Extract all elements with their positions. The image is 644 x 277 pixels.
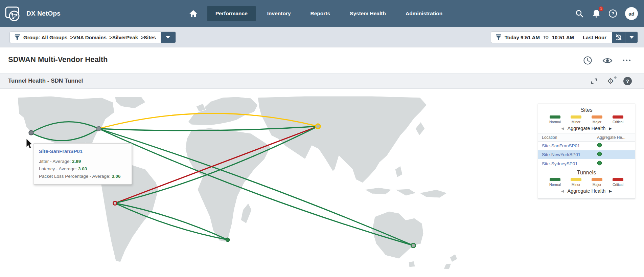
pager-next-icon[interactable]: ▶ xyxy=(609,189,612,193)
sites-table-header: Location Aggregate He... xyxy=(538,133,635,142)
site-tooltip: Site-SanFranSP01 Jitter - Average: 2.99 … xyxy=(33,143,132,185)
notifications-button[interactable]: 1 xyxy=(592,9,601,18)
health-dot xyxy=(597,143,601,147)
search-button[interactable] xyxy=(575,9,584,18)
tab-reports[interactable]: Reports xyxy=(302,6,339,21)
chevron-down-icon xyxy=(165,36,170,39)
time-range-start: Today 9:51 AM xyxy=(505,35,540,40)
auto-refresh-off-button[interactable] xyxy=(612,31,625,43)
legend-level-major: Major xyxy=(589,178,605,187)
sites-legend-title: Sites xyxy=(538,107,635,113)
group-breadcrumb: Group: All Groups >VNA Domains >SilverPe… xyxy=(23,35,161,40)
node-sydney[interactable] xyxy=(411,243,416,248)
tunnel-health-panel-header: Tunnel Health - SDN Tunnel ⚙ ? xyxy=(0,73,644,89)
tab-administration[interactable]: Administration xyxy=(397,6,451,21)
navbar-actions: 1 ? ad xyxy=(575,0,638,27)
node-sanfran[interactable] xyxy=(29,131,33,135)
group-context-selector[interactable]: Group: All Groups >VNA Domains >SilverPe… xyxy=(9,31,176,43)
brand: DX NetOps xyxy=(5,5,61,22)
tooltip-site-name[interactable]: Site-SanFranSP01 xyxy=(39,148,126,154)
funnel-icon xyxy=(10,34,23,41)
search-icon xyxy=(575,9,584,18)
refresh-disabled-icon xyxy=(615,34,622,41)
main-nav: Performance Inventory Reports System Hea… xyxy=(183,0,451,27)
chevron-down-icon xyxy=(629,36,634,39)
sparkle-icon xyxy=(614,76,617,79)
expand-icon xyxy=(591,78,598,85)
tab-inventory[interactable]: Inventory xyxy=(259,6,299,21)
col-location: Location xyxy=(538,135,597,140)
help-icon: ? xyxy=(623,77,632,85)
node-asia[interactable] xyxy=(316,124,320,129)
question-icon: ? xyxy=(609,9,617,18)
sites-table: Location Aggregate He... Site-SanFranSP0… xyxy=(538,133,635,168)
legend-level-critical: Critical xyxy=(610,115,626,124)
brand-name: DX NetOps xyxy=(26,10,61,17)
node-southamerica[interactable] xyxy=(113,201,117,205)
tab-system-health[interactable]: System Health xyxy=(342,6,394,21)
group-dropdown-button[interactable] xyxy=(161,31,176,43)
time-dropdown-button[interactable] xyxy=(625,31,638,43)
tunnels-pager-label: Aggregate Health xyxy=(568,188,606,194)
tooltip-latency: Latency - Average: 3.03 xyxy=(39,165,126,173)
health-dot xyxy=(597,152,601,156)
map-legend-panel: Sites Normal Minor Major Critical ◀ Aggr… xyxy=(538,104,635,199)
more-icon xyxy=(623,60,624,61)
table-row[interactable]: Site-SydneySP01 xyxy=(538,159,635,168)
tooltip-packet-loss: Packet Loss Percentage - Average: 3.06 xyxy=(39,173,126,180)
tunnels-severity-legend: Normal Minor Major Critical xyxy=(538,178,635,187)
node-southafrica[interactable] xyxy=(226,238,230,242)
more-actions-button[interactable] xyxy=(623,60,630,61)
tunnel-map: Site-SanFranSP01 Jitter - Average: 2.99 … xyxy=(0,89,644,277)
legend-level-normal: Normal xyxy=(547,178,563,187)
tooltip-jitter: Jitter - Average: 2.99 xyxy=(39,158,126,165)
eye-icon xyxy=(602,57,613,64)
time-to-label: TO xyxy=(543,35,549,39)
expand-panel-button[interactable] xyxy=(591,78,598,85)
user-avatar[interactable]: ad xyxy=(625,7,638,20)
time-range-selector[interactable]: Today 9:51 AM TO 10:51 AM Last Hour xyxy=(491,31,638,43)
dashboard-title-row: SDWAN Multi-Vendor Health xyxy=(0,48,644,73)
page-title: SDWAN Multi-Vendor Health xyxy=(8,55,108,64)
sites-pager-label: Aggregate Health xyxy=(568,126,606,131)
clock-icon xyxy=(583,56,592,65)
time-settings-button[interactable] xyxy=(583,56,592,65)
sites-metric-pager: ◀ Aggregate Health ▶ xyxy=(538,126,635,131)
pager-prev-icon[interactable]: ◀ xyxy=(561,126,564,131)
panel-help-button[interactable]: ? xyxy=(623,77,632,85)
view-button[interactable] xyxy=(602,57,613,64)
legend-level-minor: Minor xyxy=(568,115,584,124)
home-icon xyxy=(189,9,198,18)
legend-level-normal: Normal xyxy=(547,115,563,124)
gear-icon: ⚙ xyxy=(607,78,614,85)
top-navbar: DX NetOps Performance Inventory Reports … xyxy=(0,0,644,27)
legend-level-major: Major xyxy=(589,115,605,124)
col-aggregate-health: Aggregate He... xyxy=(597,135,635,140)
dx-netops-logo-icon xyxy=(5,5,22,22)
legend-level-critical: Critical xyxy=(610,178,626,187)
node-newyork[interactable] xyxy=(97,127,101,131)
home-button[interactable] xyxy=(183,6,204,21)
sites-severity-legend: Normal Minor Major Critical xyxy=(538,115,635,124)
tunnels-legend-title: Tunnels xyxy=(538,170,635,176)
tunnels-metric-pager: ◀ Aggregate Health ▶ xyxy=(538,188,635,194)
table-row-selected[interactable]: Site-NewYorkSP01 xyxy=(538,150,635,159)
table-row[interactable]: Site-SanFranSP01 xyxy=(538,142,635,150)
panel-title: Tunnel Health - SDN Tunnel xyxy=(8,78,83,84)
notification-badge: 1 xyxy=(598,6,604,12)
panel-settings-button[interactable]: ⚙ xyxy=(607,78,614,85)
tab-performance[interactable]: Performance xyxy=(207,6,256,21)
context-filter-bar: Group: All Groups >VNA Domains >SilverPe… xyxy=(0,27,644,47)
pager-prev-icon[interactable]: ◀ xyxy=(561,189,564,193)
help-button[interactable]: ? xyxy=(609,9,617,18)
time-funnel-icon xyxy=(491,34,505,41)
cursor-pointer xyxy=(26,138,32,148)
health-dot xyxy=(597,161,601,165)
time-range-end: 10:51 AM xyxy=(552,35,574,40)
pager-next-icon[interactable]: ▶ xyxy=(609,126,612,131)
legend-level-minor: Minor xyxy=(568,178,584,187)
time-preset-label: Last Hour xyxy=(583,35,606,40)
